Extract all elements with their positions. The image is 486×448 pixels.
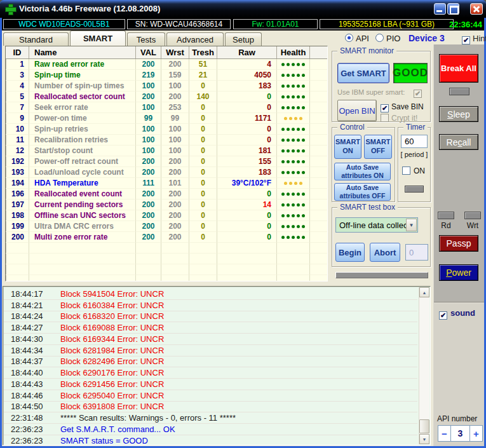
tab-advanced[interactable]: Advanced	[166, 32, 224, 46]
cell-raw: 183	[217, 81, 277, 92]
smart-table-row[interactable]: 11Recalibration retries10010000	[6, 135, 327, 146]
health-dot	[287, 171, 290, 174]
empty-cell	[277, 243, 310, 254]
header-val[interactable]: VAL	[136, 46, 161, 58]
smart-table-row[interactable]: 1Raw read error rate200200514	[6, 59, 327, 70]
decrement-button[interactable]: −	[438, 425, 451, 442]
smart-table-row[interactable]: 196Reallocated event count20020000	[6, 189, 327, 200]
health-dot	[287, 139, 290, 142]
smart-table-row[interactable]: 3Spin-up time219159214050	[6, 70, 327, 81]
open-bin-button[interactable]: Open BIN	[337, 100, 377, 121]
smart-table-row[interactable]: 12Start/stop count1001000181	[6, 146, 327, 156]
sound-checkbox[interactable]: ✔	[439, 309, 447, 320]
smart-table-row[interactable]: 197Current pending sectors200200014	[6, 200, 327, 210]
table-body: 1Raw read error rate2002005143Spin-up ti…	[6, 59, 327, 282]
smart-table-row[interactable]: 198Offline scan UNC sectors20020000	[6, 210, 327, 221]
drive-model: WDC WD10EADS-00L5B1	[3, 19, 125, 29]
check-icon: ✔	[463, 37, 469, 44]
tab-smart[interactable]: SMART	[70, 31, 126, 46]
device-label: Device 3	[408, 33, 445, 43]
power-label-u: P	[446, 268, 452, 278]
smart-status-indicator: GOOD	[393, 63, 428, 83]
health-dot	[297, 139, 300, 142]
begin-test-button[interactable]: Begin	[335, 243, 365, 262]
smart-table-row[interactable]: 192Power-off retract count2002000155	[6, 156, 327, 167]
health-dot	[281, 128, 285, 131]
password-button[interactable]: Passp	[439, 235, 478, 252]
close-button[interactable]	[470, 3, 483, 15]
log-scrollbar[interactable]: ▲ ▼	[419, 287, 429, 444]
health-dot	[297, 63, 300, 66]
smart-table-row[interactable]: 7Seek error rate10025300	[6, 102, 327, 113]
smart-table-row[interactable]: 194HDA Temperature111101039°C/102°F	[6, 178, 327, 189]
smart-table-row[interactable]: 10Spin-up retries10010000	[6, 124, 327, 135]
health-dot	[287, 203, 290, 207]
smart-table-row[interactable]: 5Reallocated sector count2002001400	[6, 92, 327, 102]
maximize-button[interactable]	[447, 3, 459, 15]
hints-checkbox[interactable]: ✔	[462, 34, 470, 45]
test-select-dropdown[interactable]: Off-line data collect ▼	[335, 217, 418, 233]
sleep-button[interactable]: Sleep	[439, 106, 478, 122]
log-entry: 18:44:30Block 6169344 Error: UNCR	[3, 334, 417, 345]
cell-id: 7	[6, 102, 29, 113]
tab-standard[interactable]: Standard	[3, 32, 69, 46]
increment-button[interactable]: +	[469, 425, 483, 442]
power-button[interactable]: Power	[439, 264, 478, 281]
header-health[interactable]: Health	[277, 46, 310, 58]
scroll-down-icon[interactable]: ▼	[419, 434, 429, 444]
empty-cell	[217, 243, 277, 254]
break-all-button[interactable]: Break All	[439, 54, 478, 83]
empty-cell	[277, 275, 310, 282]
timer-period-input[interactable]: 60	[401, 135, 428, 148]
smart-table-row[interactable]: 4Number of spin-up times1001000183	[6, 81, 327, 92]
cell-name: Reallocated sector count	[29, 92, 136, 102]
header-wrst[interactable]: Wrst	[161, 46, 189, 58]
autosave-off-button[interactable]: Auto Save attributes OFF	[334, 183, 391, 201]
cell-raw: 39°C/102°F	[217, 178, 277, 189]
tab-tests[interactable]: Tests	[127, 32, 165, 46]
cell-extra	[310, 232, 327, 243]
health-dot	[287, 214, 290, 217]
health-dot	[302, 95, 305, 98]
tab-setup[interactable]: Setup	[225, 32, 262, 46]
header-name[interactable]: Name	[29, 46, 136, 58]
cell-wrst: 200	[161, 92, 189, 102]
scroll-up-icon[interactable]: ▲	[419, 287, 429, 297]
drive-info-bar: WDC WD10EADS-00L5B1 SN: WD-WCAU46368614 …	[2, 18, 484, 31]
timer-on-checkbox[interactable]	[402, 166, 410, 177]
abort-test-button[interactable]: Abort	[370, 243, 400, 262]
smart-table-row[interactable]: 193Load/unload cycle count2002000183	[6, 167, 327, 178]
health-dot	[292, 236, 295, 239]
get-smart-button[interactable]: Get SMART	[337, 63, 389, 83]
header-id[interactable]: ID	[6, 46, 29, 58]
smart-table-row[interactable]: 199Ultra DMA CRC errors20020000	[6, 221, 327, 232]
smart-on-button[interactable]: SMART ON	[334, 135, 361, 159]
cell-id: 11	[6, 135, 29, 146]
header-raw[interactable]: Raw	[217, 46, 277, 58]
smart-table-row[interactable]: 9Power-on time999901171	[6, 113, 327, 124]
scrollbar-thumb[interactable]	[419, 419, 429, 433]
health-dot	[297, 203, 300, 207]
cell-name: Raw read error rate	[29, 59, 136, 70]
cell-wrst: 200	[161, 156, 189, 167]
cell-extra	[310, 156, 327, 167]
log-entry-message: Block 6169088 Error: UNCR	[60, 323, 164, 332]
log-entry-time: 18:44:30	[11, 334, 49, 344]
health-dot	[302, 236, 305, 239]
smart-table-row[interactable]: 200Multi zone error rate20020000	[6, 232, 327, 243]
chevron-down-icon[interactable]: ▼	[406, 219, 417, 231]
health-dot	[302, 128, 305, 131]
minimize-button[interactable]	[434, 3, 446, 15]
health-dot	[292, 128, 295, 131]
recall-button[interactable]: Recall	[439, 134, 478, 150]
api-radio[interactable]	[345, 34, 353, 42]
drive-serial: SN: WD-WCAU46368614	[127, 19, 231, 29]
cell-health	[277, 81, 310, 92]
smart-off-button[interactable]: SMART OFF	[364, 135, 392, 159]
header-tresh[interactable]: Tresh	[189, 46, 217, 58]
empty-cell	[189, 264, 217, 275]
save-bin-checkbox[interactable]: ✔	[381, 102, 389, 113]
log-lines: 18:44:17Block 5941504 Error: UNCR18:44:2…	[3, 288, 417, 445]
autosave-on-button[interactable]: Auto Save attributes ON	[334, 163, 391, 180]
pio-radio[interactable]	[375, 34, 384, 42]
